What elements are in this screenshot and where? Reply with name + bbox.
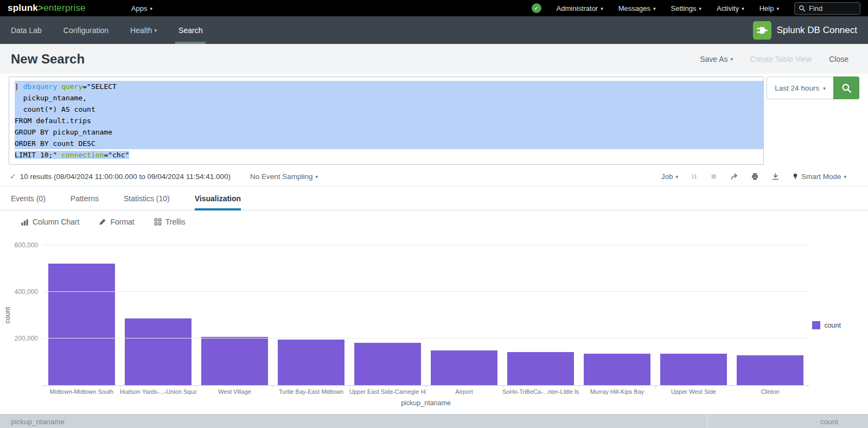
- chart-plot: count 200,000400,000600,000: [43, 245, 808, 385]
- bar-cell: [655, 245, 732, 385]
- query-line[interactable]: ORDER BY count DESC: [15, 138, 763, 149]
- chart-bar[interactable]: [737, 355, 803, 385]
- bar-cell: [349, 245, 426, 385]
- legend-swatch: [812, 321, 820, 329]
- query-line[interactable]: | dbxquery query="SELECT: [15, 81, 763, 92]
- menu-activity[interactable]: Activity ▾: [717, 4, 744, 12]
- query-line[interactable]: GROUP BY pickup_ntaname: [15, 126, 763, 138]
- y-tick-label: 200,000: [15, 335, 38, 342]
- export-download-icon[interactable]: [771, 173, 780, 181]
- x-category-label: Hudson Yards-...-Union Square: [120, 386, 196, 395]
- page-title: New Search: [11, 52, 85, 67]
- app-navbar: Data Lab Configuration Health ▾ Search S…: [0, 16, 868, 44]
- bar-cell: [43, 245, 120, 385]
- caret-down-icon: ▾: [742, 7, 744, 11]
- stop-icon[interactable]: [710, 173, 717, 180]
- find-search[interactable]: [794, 2, 860, 15]
- find-input[interactable]: [809, 4, 856, 12]
- tab-events[interactable]: Events (0): [11, 187, 46, 210]
- success-check-icon: ✓: [10, 172, 16, 181]
- chart-bar[interactable]: [125, 318, 192, 385]
- x-category-label: Upper East Side-Carnegie Hill: [349, 386, 426, 395]
- tab-statistics[interactable]: Statistics (10): [124, 187, 170, 210]
- chart-bar[interactable]: [431, 350, 497, 385]
- visualization-controls: Column Chart Format Trellis: [0, 210, 868, 231]
- caret-down-icon: ▾: [844, 175, 846, 180]
- menu-messages[interactable]: Messages ▾: [618, 4, 656, 12]
- job-controls: Job ▾ Smart Mode ▾: [661, 173, 846, 181]
- header-actions: Save As ▾ Create Table View Close: [700, 55, 848, 63]
- chart-bar[interactable]: [507, 352, 574, 385]
- search-query-input[interactable]: | dbxquery query="SELECT pickup_ntaname,…: [9, 76, 764, 165]
- pause-icon[interactable]: [691, 173, 698, 180]
- bar-cell: [273, 245, 349, 385]
- column-chart: count 200,000400,000600,000 Midtown-Midt…: [0, 231, 868, 407]
- page-header: New Search Save As ▾ Create Table View C…: [0, 44, 868, 74]
- column-header-pickup-ntaname[interactable]: pickup_ntaname: [11, 418, 65, 426]
- trellis-label: Trellis: [165, 218, 186, 226]
- time-range-picker[interactable]: Last 24 hours ▾: [767, 76, 833, 99]
- chart-bar[interactable]: [584, 354, 650, 385]
- results-info-bar: ✓ 10 results (08/04/2024 11:00:00.000 to…: [0, 165, 868, 187]
- db-connect-plug-icon: [753, 21, 771, 40]
- close-button[interactable]: Close: [829, 55, 848, 63]
- chart-bar[interactable]: [278, 340, 344, 385]
- job-label: Job: [661, 173, 673, 181]
- query-line[interactable]: FROM default.trips: [15, 115, 763, 126]
- chart-type-picker[interactable]: Column Chart: [21, 218, 79, 226]
- share-icon[interactable]: [730, 173, 738, 181]
- caret-down-icon: ▾: [316, 175, 318, 180]
- x-category-label: SoHo-TriBeCa-...nter-Little Italy: [502, 386, 579, 395]
- chart-bar[interactable]: [660, 354, 727, 385]
- run-search-button[interactable]: [833, 76, 859, 99]
- y-axis-title: count: [4, 307, 11, 324]
- health-status-icon[interactable]: ✓: [532, 3, 541, 13]
- splunk-logo[interactable]: splunk>enterprise: [8, 3, 86, 14]
- tab-visualization[interactable]: Visualization: [195, 187, 241, 210]
- query-line[interactable]: pickup_ntaname,: [15, 92, 763, 104]
- tab-patterns[interactable]: Patterns: [71, 187, 99, 210]
- chart-bar[interactable]: [48, 264, 115, 385]
- trellis-button[interactable]: Trellis: [154, 218, 186, 226]
- settings-label: Settings: [671, 4, 697, 12]
- event-sampling-menu[interactable]: No Event Sampling ▾: [250, 173, 318, 181]
- apps-label: Apps: [131, 4, 148, 12]
- logo-gt-glyph: >: [38, 3, 43, 13]
- nav-data-lab[interactable]: Data Lab: [11, 16, 42, 44]
- query-line[interactable]: count(*) AS count: [15, 104, 763, 115]
- nav-configuration[interactable]: Configuration: [63, 16, 108, 44]
- event-sampling-label: No Event Sampling: [250, 173, 313, 181]
- caret-down-icon: ▾: [653, 7, 656, 11]
- caret-down-icon: ▾: [150, 7, 152, 11]
- create-table-view-button[interactable]: Create Table View: [750, 55, 812, 63]
- save-as-button[interactable]: Save As ▾: [700, 55, 733, 63]
- bar-cell: [426, 245, 502, 385]
- topbar-right-group: ✓ Administrator ▾ Messages ▾ Settings ▾ …: [532, 2, 860, 15]
- nav-search[interactable]: Search: [178, 16, 202, 44]
- gridline: [43, 338, 808, 338]
- chart-bars: [43, 245, 808, 385]
- chart-x-labels: Midtown-Midtown SouthHudson Yards-...-Un…: [43, 385, 808, 395]
- apps-menu[interactable]: Apps ▾: [131, 4, 152, 12]
- legend-item-count[interactable]: count: [812, 321, 841, 329]
- nav-health[interactable]: Health ▾: [130, 16, 157, 44]
- x-category-label: Turtle Bay-East Midtown: [273, 386, 349, 395]
- format-button[interactable]: Format: [99, 218, 134, 226]
- search-icon: [841, 83, 852, 93]
- app-identity[interactable]: Splunk DB Connect: [753, 16, 857, 44]
- job-menu[interactable]: Job ▾: [661, 173, 678, 181]
- chart-bar[interactable]: [354, 343, 421, 385]
- chart-bar[interactable]: [201, 337, 268, 385]
- menu-settings[interactable]: Settings ▾: [671, 4, 702, 12]
- chart-type-label: Column Chart: [33, 218, 79, 226]
- search-mode-menu[interactable]: Smart Mode ▾: [792, 173, 846, 181]
- x-category-label: Airport: [426, 386, 502, 395]
- caret-down-icon: ▾: [776, 7, 779, 11]
- menu-help[interactable]: Help ▾: [760, 4, 779, 12]
- print-icon[interactable]: [751, 173, 759, 181]
- menu-administrator[interactable]: Administrator ▾: [557, 4, 603, 12]
- query-line[interactable]: LIMIT 10;" connection="chc": [15, 149, 763, 161]
- bar-cell: [502, 245, 579, 385]
- column-header-count[interactable]: count: [820, 418, 838, 426]
- y-tick-label: 400,000: [15, 288, 38, 296]
